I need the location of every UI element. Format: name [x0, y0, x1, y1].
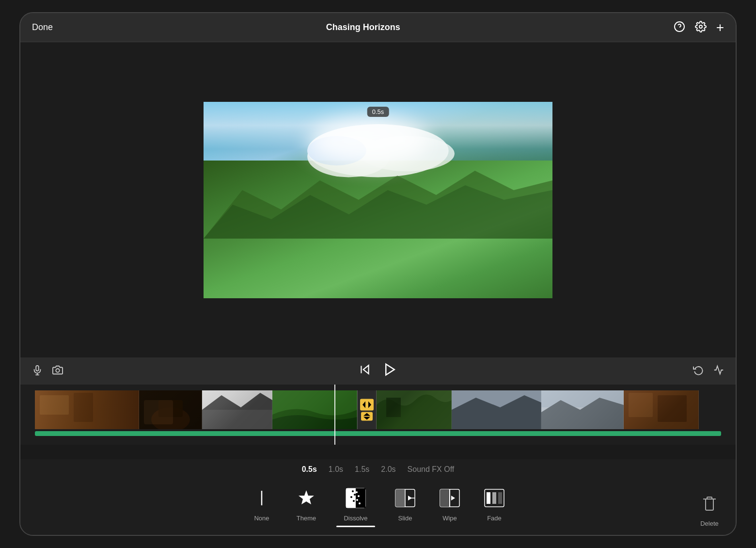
svg-rect-65: [492, 492, 496, 504]
transition-zone: [357, 390, 377, 429]
svg-point-53: [359, 502, 361, 504]
slide-label: Slide: [398, 515, 412, 522]
transition-vertical-arrows[interactable]: [361, 412, 373, 421]
skip-back-icon[interactable]: [359, 363, 371, 379]
clips-row: [35, 390, 736, 429]
svg-point-50: [356, 491, 358, 493]
theme-icon: [294, 485, 319, 511]
play-icon[interactable]: [383, 362, 397, 380]
svg-rect-66: [498, 492, 502, 504]
clip8-content: [541, 390, 624, 429]
transition-types: None Theme: [20, 482, 736, 535]
spacer: [20, 445, 736, 459]
microphone-icon[interactable]: [32, 365, 43, 378]
fade-icon: [482, 485, 507, 511]
wipe-label: Wipe: [442, 515, 457, 522]
undo-icon[interactable]: [693, 365, 704, 378]
svg-point-47: [354, 494, 356, 496]
svg-rect-64: [487, 492, 490, 504]
clip-6[interactable]: [377, 390, 452, 429]
audio-waveform-icon[interactable]: [713, 365, 724, 378]
clip4-content: [272, 390, 357, 429]
transition-theme[interactable]: Theme: [292, 485, 321, 522]
transition-fade[interactable]: Fade: [480, 485, 509, 522]
svg-rect-31: [386, 398, 401, 417]
wipe-icon: [437, 485, 462, 511]
delete-section: Delete: [695, 491, 724, 527]
clip-2[interactable]: [139, 390, 202, 429]
transition-dissolve[interactable]: Dissolve: [336, 485, 375, 527]
none-label: None: [254, 515, 269, 522]
theme-label: Theme: [297, 515, 316, 522]
svg-marker-29: [363, 417, 370, 420]
app-header: Done Chasing Horizons +: [20, 13, 736, 42]
duration-1-0s[interactable]: 1.0s: [329, 465, 343, 474]
timeline-container[interactable]: [20, 385, 736, 445]
svg-rect-55: [395, 489, 405, 507]
project-title: Chasing Horizons: [326, 22, 400, 32]
svg-rect-21: [158, 400, 183, 417]
transition-horizontal-arrows[interactable]: [360, 399, 374, 411]
svg-marker-42: [299, 490, 314, 504]
dissolve-active-indicator: [336, 526, 375, 527]
audio-track: [35, 429, 721, 439]
toolbar-left: [32, 365, 63, 378]
clip7-content: [452, 390, 541, 429]
duration-1-5s[interactable]: 1.5s: [355, 465, 369, 474]
svg-point-2: [699, 25, 702, 28]
delete-icon: [697, 491, 722, 516]
delete-label: Delete: [700, 520, 719, 527]
svg-point-52: [356, 499, 358, 501]
svg-point-48: [350, 496, 352, 498]
transition-wipe[interactable]: Wipe: [435, 485, 464, 522]
svg-rect-44: [346, 488, 356, 508]
add-icon[interactable]: +: [716, 21, 724, 34]
playhead-line: [334, 385, 335, 445]
clip2-content: [139, 390, 202, 429]
clip-3[interactable]: [202, 390, 272, 429]
svg-rect-39: [629, 393, 653, 417]
duration-row: 0.5s 1.0s 1.5s 2.0s Sound FX Off: [20, 465, 736, 474]
header-icons: +: [674, 21, 724, 34]
transition-slide[interactable]: Slide: [391, 485, 420, 522]
delete-button[interactable]: Delete: [695, 491, 724, 527]
clip-4[interactable]: [272, 390, 357, 429]
bottom-panel: 0.5s 1.0s 1.5s 2.0s Sound FX Off None: [20, 459, 736, 535]
toolbar: [20, 357, 736, 385]
svg-rect-9: [36, 365, 39, 371]
clip-9[interactable]: [624, 390, 699, 429]
svg-rect-60: [440, 489, 450, 507]
svg-point-49: [353, 500, 355, 502]
slide-icon: [393, 485, 418, 511]
clip-8[interactable]: [541, 390, 624, 429]
duration-0-5s[interactable]: 0.5s: [302, 465, 317, 474]
fade-label: Fade: [487, 515, 502, 522]
clip3-content: [202, 390, 272, 429]
preview-area: 0.5s: [20, 42, 736, 357]
svg-rect-23: [202, 410, 272, 429]
clip-1[interactable]: [35, 390, 139, 429]
clip-7[interactable]: [452, 390, 541, 429]
done-button[interactable]: Done: [32, 22, 53, 32]
svg-marker-28: [363, 413, 370, 416]
clip1-content: [35, 390, 139, 429]
clip6-content: [377, 390, 452, 429]
settings-icon[interactable]: [695, 21, 707, 34]
camera-icon[interactable]: [52, 365, 63, 378]
video-preview: 0.5s: [204, 102, 552, 298]
transition-none[interactable]: None: [247, 485, 276, 522]
svg-rect-45: [356, 488, 365, 508]
sound-fx-label[interactable]: Sound FX Off: [408, 465, 455, 474]
help-icon[interactable]: [674, 21, 685, 34]
svg-marker-27: [368, 402, 371, 408]
tablet-frame: Done Chasing Horizons +: [19, 12, 737, 536]
mountain-ridges: [204, 161, 552, 239]
svg-marker-26: [362, 402, 365, 408]
svg-rect-17: [40, 395, 69, 415]
toolbar-center: [63, 362, 693, 380]
duration-2-0s[interactable]: 2.0s: [381, 465, 395, 474]
clip9-content: [624, 390, 699, 429]
svg-rect-40: [658, 395, 687, 422]
svg-rect-18: [74, 393, 93, 422]
svg-marker-62: [451, 496, 455, 500]
